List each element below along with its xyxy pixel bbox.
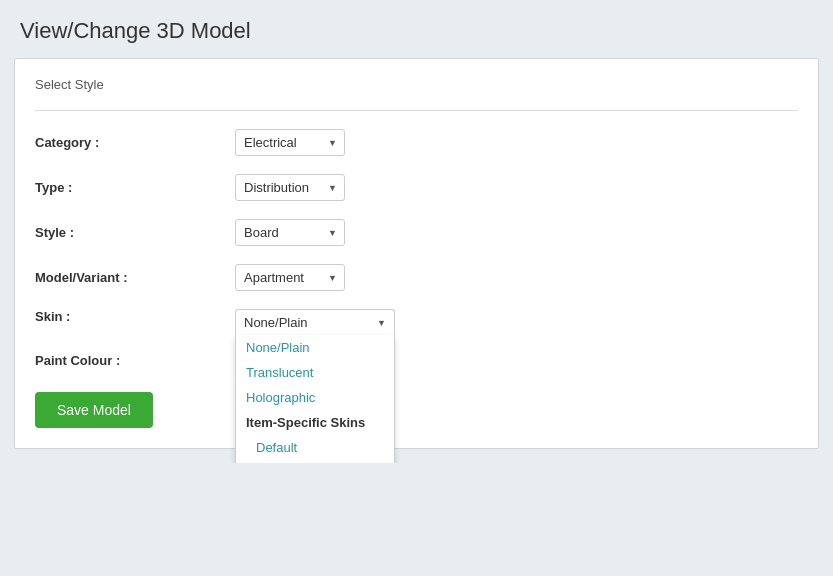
dropdown-item-translucent[interactable]: Translucent	[236, 360, 394, 385]
style-select[interactable]: Board	[235, 219, 345, 246]
style-select-wrapper[interactable]: Board	[235, 219, 345, 246]
model-variant-select[interactable]: Apartment	[235, 264, 345, 291]
style-row: Style : Board	[35, 219, 798, 246]
dropdown-item-generic_finishes_header: Generic Finishes	[236, 460, 394, 463]
page-title: View/Change 3D Model	[20, 18, 813, 44]
dropdown-item-item_specific_header: Item-Specific Skins	[236, 410, 394, 435]
category-label: Category :	[35, 135, 235, 150]
type-select-wrapper[interactable]: Distribution	[235, 174, 345, 201]
style-control: Board	[235, 219, 345, 246]
style-label: Style :	[35, 225, 235, 240]
model-variant-control: Apartment	[235, 264, 345, 291]
skin-label: Skin :	[35, 309, 235, 324]
dropdown-item-default[interactable]: Default	[236, 435, 394, 460]
skin-dropdown-display[interactable]: None/Plain	[235, 309, 395, 335]
save-model-button[interactable]: Save Model	[35, 392, 153, 428]
model-variant-label: Model/Variant :	[35, 270, 235, 285]
type-row: Type : Distribution	[35, 174, 798, 201]
skin-dropdown-wrapper[interactable]: None/Plain None/PlainTranslucentHolograp…	[235, 309, 395, 335]
category-select-wrapper[interactable]: Electrical	[235, 129, 345, 156]
main-card: Select Style Category : Electrical Type …	[14, 58, 819, 449]
skin-control: None/Plain None/PlainTranslucentHolograp…	[235, 309, 395, 335]
model-variant-select-wrapper[interactable]: Apartment	[235, 264, 345, 291]
divider	[35, 110, 798, 111]
skin-dropdown-list: None/PlainTranslucentHolographicItem-Spe…	[235, 335, 395, 463]
paint-colour-label: Paint Colour :	[35, 353, 235, 368]
dropdown-item-holographic[interactable]: Holographic	[236, 385, 394, 410]
category-select[interactable]: Electrical	[235, 129, 345, 156]
section-title: Select Style	[35, 77, 798, 92]
category-control: Electrical	[235, 129, 345, 156]
page-header: View/Change 3D Model	[0, 0, 833, 58]
save-button-row: Save Model	[35, 386, 798, 428]
type-label: Type :	[35, 180, 235, 195]
dropdown-item-none_plain[interactable]: None/Plain	[236, 335, 394, 360]
paint-colour-row: Paint Colour :	[35, 353, 798, 368]
model-variant-row: Model/Variant : Apartment	[35, 264, 798, 291]
category-row: Category : Electrical	[35, 129, 798, 156]
type-select[interactable]: Distribution	[235, 174, 345, 201]
type-control: Distribution	[235, 174, 345, 201]
skin-row: Skin : None/Plain None/PlainTranslucentH…	[35, 309, 798, 335]
